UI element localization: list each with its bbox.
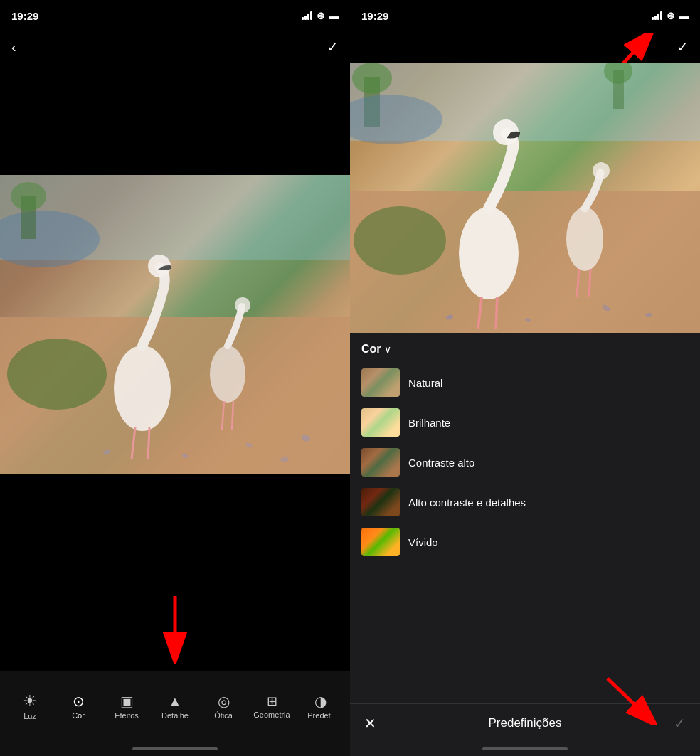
otica-icon: ◎ xyxy=(218,694,230,708)
luz-icon: ☀ xyxy=(23,693,37,709)
right-status-bar: 19:29 ⊛ ▬ xyxy=(350,0,700,31)
detalhe-icon: ▲ xyxy=(168,694,182,708)
svg-point-35 xyxy=(566,207,603,271)
back-button[interactable]: ‹ xyxy=(11,39,16,55)
flamingo-svg-left xyxy=(0,175,350,474)
presets-cancel-button[interactable]: ✕ xyxy=(364,715,376,732)
preset-thumb-contraste-alto xyxy=(361,448,400,477)
left-status-icons: ⊛ ▬ xyxy=(302,10,339,21)
preset-thumb-natural xyxy=(361,368,400,397)
detalhe-label: Detalhe xyxy=(161,711,189,720)
preset-thumb-vivido xyxy=(361,528,400,556)
left-time: 19:29 xyxy=(11,10,38,22)
geometria-icon: ⊞ xyxy=(267,695,277,708)
preset-name-brilhante: Brilhante xyxy=(408,417,450,429)
toolbar-otica[interactable]: ◎ Ótica xyxy=(203,694,243,720)
signal-icon xyxy=(302,11,312,20)
flamingo-photo-left xyxy=(0,175,350,474)
flamingo-svg-right xyxy=(350,63,700,333)
presets-chevron-icon: ∨ xyxy=(384,344,391,355)
confirm-button-left[interactable]: ✓ xyxy=(327,38,339,55)
right-toolbar-top: ✓ xyxy=(350,31,700,63)
toolbar-predef[interactable]: ◑ Predef. xyxy=(300,694,340,720)
efeitos-label: Efeitos xyxy=(115,711,139,720)
presets-list: Natural Brilhante Contraste alto Alto co… xyxy=(350,363,700,703)
svg-point-5 xyxy=(11,182,46,211)
predef-icon: ◑ xyxy=(314,694,327,708)
svg-line-34 xyxy=(496,297,497,329)
arrow-down-left xyxy=(154,592,196,664)
preset-item-brilhante[interactable]: Brilhante xyxy=(356,403,694,442)
right-home-indicator xyxy=(350,742,700,756)
toolbar-geometria[interactable]: ⊞ Geometria xyxy=(252,695,292,719)
left-panel: 19:29 ⊛ ▬ ‹ ✓ xyxy=(0,0,350,756)
right-battery-icon: ▬ xyxy=(679,11,689,21)
toolbar-detalhe[interactable]: ▲ Detalhe xyxy=(155,694,195,720)
right-wifi-icon: ⊛ xyxy=(667,10,675,21)
otica-label: Ótica xyxy=(214,711,233,720)
preset-name-alto-contraste: Alto contraste e detalhes xyxy=(408,496,526,509)
svg-point-30 xyxy=(354,206,446,275)
flamingo-photo-right xyxy=(350,63,700,333)
cor-icon: ⊙ xyxy=(73,694,85,708)
right-time: 19:29 xyxy=(361,10,388,22)
battery-icon: ▬ xyxy=(329,11,339,21)
svg-line-9 xyxy=(148,427,149,459)
arrow-down-right xyxy=(600,675,657,725)
presets-panel: Cor ∨ Natural Brilhante Contrast xyxy=(350,333,700,742)
left-toolbar-top: ‹ ✓ xyxy=(0,31,350,63)
preset-thumb-brilhante xyxy=(361,408,400,437)
left-image-area xyxy=(0,63,350,585)
right-panel: 19:29 ⊛ ▬ ✓ xyxy=(350,0,700,756)
svg-point-10 xyxy=(210,346,245,403)
toolbar-cor[interactable]: ⊙ Cor xyxy=(58,694,98,720)
preset-name-natural: Natural xyxy=(408,377,442,389)
preset-item-vivido[interactable]: Vívido xyxy=(356,522,694,562)
svg-point-11 xyxy=(235,297,250,313)
right-image-area xyxy=(350,63,700,333)
preset-item-contraste-alto[interactable]: Contraste alto xyxy=(356,442,694,482)
left-bottom-black xyxy=(0,585,350,671)
geometria-label: Geometria xyxy=(253,710,290,719)
efeitos-icon: ▣ xyxy=(120,694,134,708)
presets-panel-title: Cor xyxy=(361,343,381,356)
home-bar-right xyxy=(482,747,568,750)
luz-label: Luz xyxy=(23,712,36,720)
toolbar-efeitos[interactable]: ▣ Efeitos xyxy=(107,694,147,720)
wifi-icon: ⊛ xyxy=(317,10,325,21)
preset-name-vivido: Vívido xyxy=(408,536,438,548)
preset-name-contraste-alto: Contraste alto xyxy=(408,457,474,469)
preset-item-natural[interactable]: Natural xyxy=(356,363,694,403)
svg-point-31 xyxy=(459,207,519,299)
right-status-icons: ⊛ ▬ xyxy=(652,10,689,21)
right-signal-icon xyxy=(652,11,662,20)
svg-line-44 xyxy=(608,678,647,716)
home-bar-left xyxy=(132,747,218,750)
svg-point-36 xyxy=(593,162,610,179)
svg-point-25 xyxy=(352,63,392,94)
preset-item-alto-contraste-detalhes[interactable]: Alto contraste e detalhes xyxy=(356,482,694,522)
left-home-indicator xyxy=(0,742,350,756)
presets-panel-header: Cor ∨ xyxy=(350,333,700,363)
predef-label: Predef. xyxy=(307,711,332,720)
toolbar-luz[interactable]: ☀ Luz xyxy=(10,693,50,720)
cor-label: Cor xyxy=(72,711,85,720)
svg-line-38 xyxy=(589,269,590,297)
svg-point-2 xyxy=(7,339,107,410)
presets-confirm-button[interactable]: ✓ xyxy=(674,715,686,732)
left-toolbar-bottom: ☀ Luz ⊙ Cor ▣ Efeitos ▲ Detalhe ◎ Ótica … xyxy=(0,671,350,742)
confirm-button-right[interactable]: ✓ xyxy=(677,38,689,55)
left-status-bar: 19:29 ⊛ ▬ xyxy=(0,0,350,31)
preset-thumb-alto-contraste xyxy=(361,488,400,516)
svg-point-6 xyxy=(114,346,171,431)
